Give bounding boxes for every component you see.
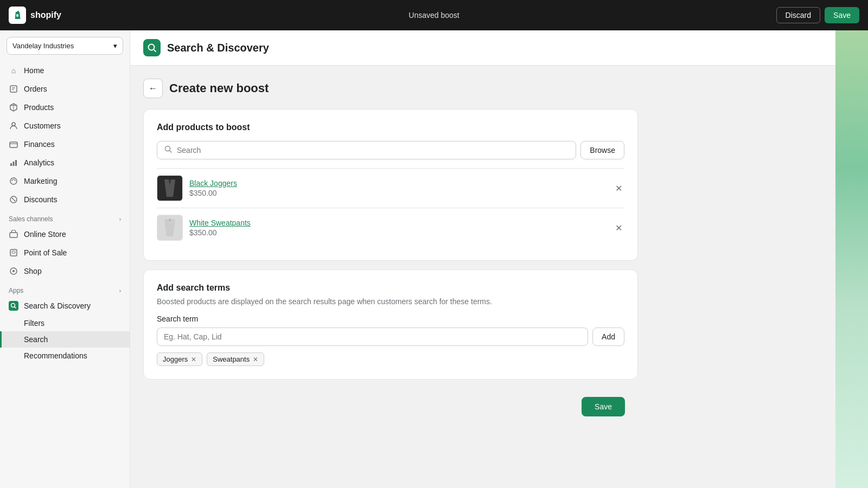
sidebar-item-analytics[interactable]: Analytics <box>0 153 130 172</box>
marketing-icon <box>9 176 18 186</box>
save-bottom-button[interactable]: Save <box>582 397 625 416</box>
product-name-joggers[interactable]: Black Joggers <box>189 179 613 188</box>
search-term-label: Search term <box>157 314 624 323</box>
discounts-icon <box>9 195 18 204</box>
svg-point-15 <box>12 198 13 199</box>
sidebar-item-label: Point of Sale <box>24 248 67 257</box>
svg-point-21 <box>12 270 15 272</box>
page-header: Search & Discovery <box>130 30 868 66</box>
sidebar-item-label: Home <box>24 66 44 75</box>
browse-button[interactable]: Browse <box>580 141 624 159</box>
analytics-icon <box>9 158 18 168</box>
sidebar-sub-search[interactable]: Search <box>0 331 130 348</box>
chevron-down-icon: ▾ <box>113 42 117 50</box>
pos-icon <box>9 248 18 258</box>
sidebar-item-customers[interactable]: Customers <box>0 117 130 135</box>
remove-tag-sweatpants-button[interactable]: ✕ <box>253 356 258 363</box>
unsaved-boost-label: Unsaved boost <box>409 11 459 20</box>
boost-form-title: Create new boost <box>169 81 269 95</box>
back-button[interactable]: ← <box>143 79 163 98</box>
sidebar-item-label: Products <box>24 103 54 112</box>
sidebar-item-orders[interactable]: Orders <box>0 80 130 98</box>
shop-icon <box>9 266 18 276</box>
apps-section-title: Apps › <box>0 280 130 297</box>
sidebar-item-online-store[interactable]: Online Store <box>0 225 130 243</box>
add-products-title: Add products to boost <box>157 123 624 132</box>
store-name: Vandelay Industries <box>12 42 74 50</box>
add-search-terms-card: Add search terms Boosted products are di… <box>143 269 638 380</box>
sidebar-item-discounts[interactable]: Discounts <box>0 190 130 209</box>
product-name-sweatpants[interactable]: White Sweatpants <box>189 219 613 227</box>
search-tags: Joggers ✕ Sweatpants ✕ <box>157 352 624 366</box>
page-header-icon <box>143 39 161 56</box>
svg-rect-17 <box>10 233 17 237</box>
orders-icon <box>9 84 18 94</box>
sidebar: Vandelay Industries ▾ ⌂ Home Orders Prod… <box>0 30 130 488</box>
top-nav-actions: Discard Save <box>751 7 859 23</box>
tag-label-joggers: Joggers <box>163 355 188 363</box>
svg-rect-7 <box>10 142 17 147</box>
sidebar-item-home[interactable]: ⌂ Home <box>0 61 130 80</box>
sidebar-item-label: Shop <box>24 267 42 275</box>
brand-name: shopify <box>30 10 61 20</box>
content-area: ← Create new boost Add products to boost… <box>130 66 651 438</box>
page-unsaved-title: Unsaved boost <box>117 11 751 20</box>
search-terms-desc: Boosted products are displayed on the se… <box>157 297 624 306</box>
product-search-bar: Browse <box>157 141 624 159</box>
save-top-button[interactable]: Save <box>825 7 859 23</box>
svg-line-25 <box>154 49 156 52</box>
sidebar-item-shop[interactable]: Shop <box>0 262 130 280</box>
sidebar-item-marketing[interactable]: Marketing <box>0 172 130 190</box>
sidebar-item-search-discovery[interactable]: Search & Discovery <box>0 297 130 315</box>
shopify-logo <box>9 7 26 24</box>
product-search-input[interactable] <box>173 142 569 159</box>
svg-rect-18 <box>10 249 17 256</box>
remove-tag-joggers-button[interactable]: ✕ <box>191 356 196 363</box>
sidebar-item-label: Discounts <box>24 195 57 204</box>
remove-joggers-button[interactable]: ✕ <box>613 181 624 196</box>
customers-icon <box>9 121 18 131</box>
online-store-icon <box>9 229 18 239</box>
tag-sweatpants: Sweatpants ✕ <box>207 352 264 366</box>
sidebar-item-finances[interactable]: Finances <box>0 135 130 153</box>
svg-rect-19 <box>12 251 15 253</box>
sidebar-sub-filters[interactable]: Filters <box>0 315 130 331</box>
store-selector[interactable]: Vandelay Industries ▾ <box>7 37 123 55</box>
discard-button[interactable]: Discard <box>776 7 820 23</box>
tag-joggers: Joggers ✕ <box>157 352 202 366</box>
sidebar-item-label: Marketing <box>24 177 57 185</box>
sidebar-sub-recommendations[interactable]: Recommendations <box>0 348 130 364</box>
svg-rect-9 <box>10 163 12 166</box>
main-content: Search & Discovery ← Create new boost Ad… <box>130 30 868 488</box>
search-term-input[interactable] <box>157 328 588 346</box>
svg-rect-0 <box>16 14 18 17</box>
sidebar-item-label: Online Store <box>24 230 66 239</box>
svg-point-6 <box>12 123 15 126</box>
tag-label-sweatpants: Sweatpants <box>213 355 250 363</box>
product-info-sweatpants: White Sweatpants $350.00 <box>189 219 613 237</box>
svg-line-23 <box>15 307 16 309</box>
search-discovery-app-icon <box>9 301 18 311</box>
sidebar-item-point-of-sale[interactable]: Point of Sale <box>0 243 130 262</box>
add-products-card: Add products to boost Browse <box>143 109 638 261</box>
product-thumbnail-joggers <box>157 175 183 201</box>
svg-point-12 <box>10 178 17 184</box>
search-icon <box>164 145 173 156</box>
sidebar-item-label: Search & Discovery <box>24 301 91 310</box>
remove-sweatpants-button[interactable]: ✕ <box>613 221 624 235</box>
logo-area: shopify <box>9 7 117 24</box>
apps-chevron: › <box>119 288 121 294</box>
app-layout: Vandelay Industries ▾ ⌂ Home Orders Prod… <box>0 30 868 488</box>
svg-rect-10 <box>13 162 15 166</box>
search-terms-title: Add search terms <box>157 283 624 293</box>
sales-channels-chevron: › <box>119 216 121 222</box>
bottom-save-area: Save <box>143 388 638 425</box>
svg-rect-1 <box>10 86 17 92</box>
sidebar-item-products[interactable]: Products <box>0 98 130 117</box>
product-thumbnail-sweatpants <box>157 215 183 241</box>
sidebar-item-label: Analytics <box>24 158 54 167</box>
add-term-button[interactable]: Add <box>592 328 624 346</box>
product-price-joggers: $350.00 <box>189 189 613 197</box>
right-decoration <box>835 30 868 488</box>
product-search-inner <box>157 141 576 159</box>
